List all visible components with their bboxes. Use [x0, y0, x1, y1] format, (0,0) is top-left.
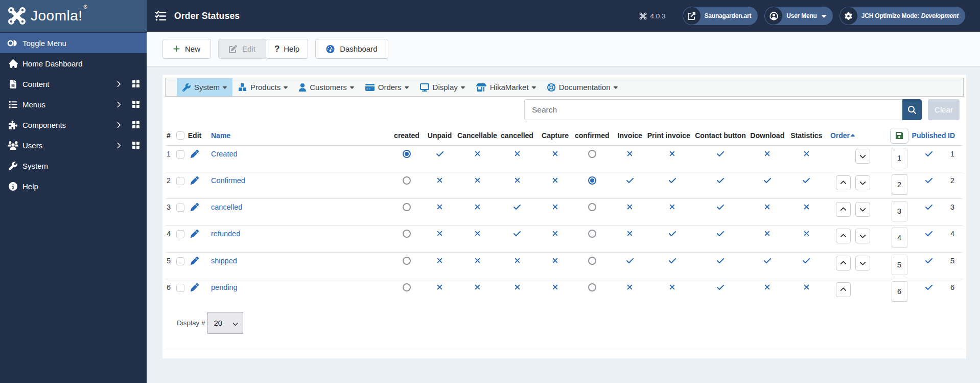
status-name-link[interactable]: pending [211, 283, 238, 291]
radio-unselected[interactable] [588, 150, 596, 158]
chevron-right-icon[interactable] [116, 142, 121, 149]
sidebar-item-system[interactable]: System [0, 155, 147, 176]
edit-button[interactable]: Edit [218, 39, 266, 59]
sidebar-item-content[interactable]: Content [0, 74, 147, 94]
menubar-item-products[interactable]: Products [232, 78, 293, 96]
radio-selected[interactable] [588, 176, 596, 185]
new-button[interactable]: New [162, 39, 211, 59]
grid-icon[interactable] [132, 80, 140, 88]
cell-checkbox [174, 199, 187, 226]
sidebar-item-components[interactable]: Components [0, 115, 147, 135]
clear-button[interactable]: Clear [928, 99, 960, 120]
status-name-link[interactable]: Confirmed [211, 176, 245, 185]
edit-pencil-icon[interactable] [191, 257, 199, 265]
radio-unselected[interactable] [403, 176, 411, 185]
chevron-right-icon[interactable] [116, 81, 121, 87]
x-icon [474, 203, 481, 211]
registered-mark: ® [84, 4, 88, 10]
menubar-item-customers[interactable]: Customers [293, 78, 360, 96]
move-up-button[interactable] [836, 282, 851, 297]
status-name-link[interactable]: Created [211, 150, 238, 158]
column-header-id-sort[interactable]: ID [948, 131, 955, 140]
save-order-button[interactable] [890, 128, 908, 144]
radio-unselected[interactable] [588, 283, 596, 291]
edit-pencil-icon[interactable] [191, 176, 199, 185]
status-name-link[interactable]: refunded [211, 230, 240, 238]
edit-pencil-icon[interactable] [191, 150, 199, 158]
move-down-button[interactable] [855, 229, 870, 243]
published-check-icon[interactable] [925, 230, 933, 238]
row-checkbox[interactable] [176, 257, 184, 265]
grid-icon[interactable] [132, 141, 140, 149]
caret-down-icon [822, 12, 826, 19]
dashboard-button[interactable]: Dashboard [315, 39, 388, 59]
help-button[interactable]: ?Help [266, 39, 308, 59]
select-all-checkbox[interactable] [176, 131, 184, 140]
radio-unselected[interactable] [588, 203, 596, 211]
chevron-right-icon[interactable] [116, 122, 121, 128]
row-checkbox[interactable] [176, 204, 184, 212]
sidebar: Toggle MenuHome DashboardContentMenusCom… [0, 32, 147, 383]
order-value-input[interactable] [892, 148, 907, 168]
radio-unselected[interactable] [403, 230, 411, 238]
edit-square-icon [229, 45, 237, 53]
row-checkbox[interactable] [176, 284, 184, 292]
published-check-icon[interactable] [925, 257, 933, 265]
grid-icon[interactable] [132, 121, 140, 129]
sidebar-item-home-dashboard[interactable]: Home Dashboard [0, 53, 147, 74]
sidebar-item-menus[interactable]: Menus [0, 94, 147, 115]
column-header-order-sort[interactable]: Order [830, 131, 855, 140]
menubar-item-display[interactable]: Display [414, 78, 471, 96]
grid-icon[interactable] [132, 100, 140, 108]
sidebar-item-users[interactable]: Users [0, 135, 147, 155]
published-check-icon[interactable] [925, 176, 933, 185]
order-value-input[interactable] [892, 281, 907, 302]
edit-pencil-icon[interactable] [191, 230, 199, 238]
radio-unselected[interactable] [588, 230, 596, 238]
topbar-pill-jch-optimize-mode[interactable]: JCH Optimize Mode:Development [839, 7, 965, 25]
status-name-link[interactable]: shipped [211, 257, 237, 265]
row-checkbox[interactable] [176, 177, 184, 185]
move-down-button[interactable] [855, 256, 870, 271]
display-count-select[interactable]: 20 [207, 312, 243, 334]
sidebar-item-help[interactable]: Help [0, 176, 147, 196]
status-name-link[interactable]: cancelled [211, 203, 242, 211]
menubar-item-orders[interactable]: Orders [360, 78, 414, 96]
column-header-published-sort[interactable]: Published [912, 131, 946, 140]
move-up-button[interactable] [836, 229, 851, 243]
edit-pencil-icon[interactable] [191, 203, 199, 211]
order-value-input[interactable] [892, 228, 907, 248]
order-value-input[interactable] [892, 201, 907, 221]
move-up-button[interactable] [836, 256, 851, 271]
published-check-icon[interactable] [925, 283, 933, 291]
menubar-item-documentation[interactable]: Documentation [542, 78, 623, 96]
topbar-pill-saunagarden-art[interactable]: Saunagarden.art [683, 7, 758, 25]
move-down-button[interactable] [855, 149, 870, 164]
column-header-name-sort[interactable]: Name [211, 131, 230, 140]
radio-unselected[interactable] [403, 203, 411, 211]
edit-pencil-icon[interactable] [191, 283, 199, 291]
radio-selected[interactable] [403, 150, 411, 158]
radio-unselected[interactable] [403, 283, 411, 291]
radio-unselected[interactable] [588, 257, 596, 265]
topbar-pill-user-menu[interactable]: User Menu [764, 7, 833, 25]
order-value-input[interactable] [892, 255, 907, 275]
move-down-button[interactable] [855, 175, 870, 190]
published-check-icon[interactable] [925, 203, 933, 211]
joomla-brand[interactable]: Joomla!® [0, 0, 147, 32]
published-check-icon[interactable] [925, 150, 933, 158]
x-icon [803, 203, 810, 211]
menubar-item-system[interactable]: System [177, 78, 232, 96]
move-up-button[interactable] [836, 202, 851, 217]
row-checkbox[interactable] [176, 150, 184, 159]
menubar-item-hikamarket[interactable]: HikaMarket [471, 78, 542, 96]
radio-unselected[interactable] [403, 257, 411, 265]
sidebar-item-toggle-menu[interactable]: Toggle Menu [0, 33, 147, 53]
move-down-button[interactable] [855, 202, 870, 217]
chevron-right-icon[interactable] [116, 101, 121, 108]
move-up-button[interactable] [836, 175, 851, 190]
row-checkbox[interactable] [176, 230, 184, 238]
search-input[interactable] [524, 99, 902, 120]
order-value-input[interactable] [892, 174, 907, 195]
search-button[interactable] [902, 99, 922, 120]
